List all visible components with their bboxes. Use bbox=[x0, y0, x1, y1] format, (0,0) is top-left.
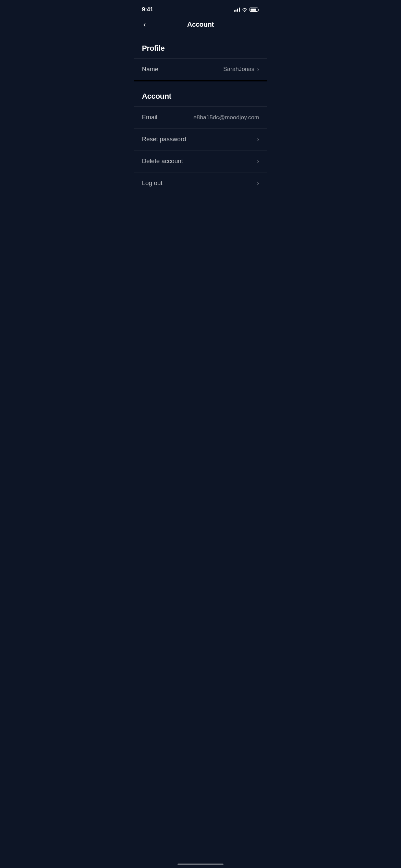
status-icons bbox=[234, 8, 259, 12]
email-right: e8ba15dc@moodjoy.com bbox=[193, 114, 259, 121]
status-bar: 9:41 bbox=[134, 0, 267, 17]
log-out-label: Log out bbox=[142, 180, 162, 187]
log-out-chevron-icon: › bbox=[257, 180, 259, 187]
account-section: Account Email e8ba15dc@moodjoy.com Reset… bbox=[134, 82, 267, 194]
delete-account-chevron-icon: › bbox=[257, 158, 259, 165]
signal-bars-icon bbox=[234, 8, 240, 12]
name-chevron-icon: › bbox=[257, 66, 259, 73]
name-row[interactable]: Name SarahJonas › bbox=[134, 58, 267, 80]
reset-password-right: › bbox=[257, 136, 259, 143]
back-button[interactable]: ‹ bbox=[141, 19, 148, 31]
name-value: SarahJonas bbox=[223, 66, 254, 73]
account-section-header: Account bbox=[134, 92, 267, 106]
name-label: Name bbox=[142, 66, 158, 73]
email-label: Email bbox=[142, 114, 157, 121]
nav-bar: ‹ Account bbox=[134, 17, 267, 34]
nav-title: Account bbox=[187, 21, 214, 28]
name-right: SarahJonas › bbox=[223, 66, 259, 73]
delete-account-row[interactable]: Delete account › bbox=[134, 150, 267, 172]
log-out-right: › bbox=[257, 180, 259, 187]
status-time: 9:41 bbox=[142, 6, 153, 13]
content: Profile Name SarahJonas › Account Email … bbox=[134, 34, 267, 194]
reset-password-label: Reset password bbox=[142, 136, 186, 143]
delete-account-label: Delete account bbox=[142, 158, 183, 165]
profile-section-header: Profile bbox=[134, 44, 267, 58]
profile-section: Profile Name SarahJonas › bbox=[134, 34, 267, 80]
reset-password-chevron-icon: › bbox=[257, 136, 259, 143]
wifi-icon bbox=[242, 8, 247, 12]
battery-icon bbox=[250, 8, 259, 12]
email-row: Email e8ba15dc@moodjoy.com bbox=[134, 106, 267, 128]
email-value: e8ba15dc@moodjoy.com bbox=[193, 114, 259, 121]
reset-password-row[interactable]: Reset password › bbox=[134, 128, 267, 150]
delete-account-right: › bbox=[257, 158, 259, 165]
log-out-row[interactable]: Log out › bbox=[134, 172, 267, 194]
